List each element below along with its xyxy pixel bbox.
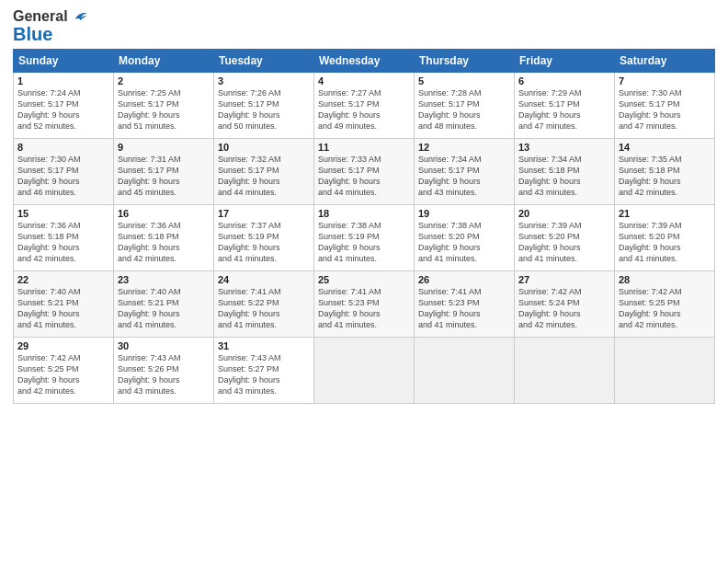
column-header-saturday: Saturday xyxy=(615,49,715,72)
day-number: 1 xyxy=(17,75,109,86)
calendar-cell xyxy=(415,337,515,403)
calendar-cell: 7Sunrise: 7:30 AM Sunset: 5:17 PM Daylig… xyxy=(615,72,715,138)
day-detail: Sunrise: 7:32 AM Sunset: 5:17 PM Dayligh… xyxy=(218,154,310,199)
day-number: 11 xyxy=(318,142,410,153)
day-number: 31 xyxy=(218,340,310,351)
calendar-cell: 22Sunrise: 7:40 AM Sunset: 5:21 PM Dayli… xyxy=(14,270,114,337)
calendar-week-row: 1Sunrise: 7:24 AM Sunset: 5:17 PM Daylig… xyxy=(14,72,715,138)
calendar-cell xyxy=(314,337,415,403)
day-detail: Sunrise: 7:37 AM Sunset: 5:19 PM Dayligh… xyxy=(218,220,310,265)
calendar-cell: 18Sunrise: 7:38 AM Sunset: 5:19 PM Dayli… xyxy=(314,204,415,270)
calendar-week-row: 29Sunrise: 7:42 AM Sunset: 5:25 PM Dayli… xyxy=(14,337,715,403)
day-number: 17 xyxy=(218,208,310,219)
calendar-cell: 28Sunrise: 7:42 AM Sunset: 5:25 PM Dayli… xyxy=(615,270,715,337)
day-number: 12 xyxy=(418,142,510,153)
calendar-cell: 14Sunrise: 7:35 AM Sunset: 5:18 PM Dayli… xyxy=(615,138,715,204)
day-number: 19 xyxy=(418,208,510,219)
day-number: 13 xyxy=(518,142,610,153)
day-detail: Sunrise: 7:41 AM Sunset: 5:23 PM Dayligh… xyxy=(418,286,510,331)
calendar-week-row: 22Sunrise: 7:40 AM Sunset: 5:21 PM Dayli… xyxy=(14,270,715,337)
day-detail: Sunrise: 7:41 AM Sunset: 5:23 PM Dayligh… xyxy=(318,286,410,331)
day-number: 16 xyxy=(118,208,210,219)
calendar-cell: 8Sunrise: 7:30 AM Sunset: 5:17 PM Daylig… xyxy=(14,138,114,204)
calendar-cell: 23Sunrise: 7:40 AM Sunset: 5:21 PM Dayli… xyxy=(114,270,214,337)
day-detail: Sunrise: 7:31 AM Sunset: 5:17 PM Dayligh… xyxy=(118,154,210,199)
day-detail: Sunrise: 7:38 AM Sunset: 5:19 PM Dayligh… xyxy=(318,220,410,265)
column-header-friday: Friday xyxy=(515,49,615,72)
calendar-cell: 10Sunrise: 7:32 AM Sunset: 5:17 PM Dayli… xyxy=(214,138,314,204)
column-header-sunday: Sunday xyxy=(14,49,114,72)
calendar-cell: 6Sunrise: 7:29 AM Sunset: 5:17 PM Daylig… xyxy=(515,72,615,138)
day-detail: Sunrise: 7:34 AM Sunset: 5:18 PM Dayligh… xyxy=(518,154,610,199)
day-detail: Sunrise: 7:36 AM Sunset: 5:18 PM Dayligh… xyxy=(17,220,109,265)
day-detail: Sunrise: 7:40 AM Sunset: 5:21 PM Dayligh… xyxy=(17,286,109,331)
calendar-cell: 21Sunrise: 7:39 AM Sunset: 5:20 PM Dayli… xyxy=(615,204,715,270)
day-detail: Sunrise: 7:42 AM Sunset: 5:25 PM Dayligh… xyxy=(17,352,109,397)
day-detail: Sunrise: 7:33 AM Sunset: 5:17 PM Dayligh… xyxy=(318,154,410,199)
day-number: 14 xyxy=(619,142,711,153)
day-detail: Sunrise: 7:42 AM Sunset: 5:24 PM Dayligh… xyxy=(518,286,610,331)
calendar-cell: 25Sunrise: 7:41 AM Sunset: 5:23 PM Dayli… xyxy=(314,270,415,337)
calendar-cell: 26Sunrise: 7:41 AM Sunset: 5:23 PM Dayli… xyxy=(415,270,515,337)
day-number: 7 xyxy=(619,75,711,86)
day-number: 28 xyxy=(619,274,711,285)
calendar-cell: 30Sunrise: 7:43 AM Sunset: 5:26 PM Dayli… xyxy=(114,337,214,403)
day-detail: Sunrise: 7:36 AM Sunset: 5:18 PM Dayligh… xyxy=(118,220,210,265)
logo-general: General xyxy=(13,9,88,25)
day-number: 22 xyxy=(17,274,109,285)
calendar-cell: 1Sunrise: 7:24 AM Sunset: 5:17 PM Daylig… xyxy=(14,72,114,138)
day-detail: Sunrise: 7:29 AM Sunset: 5:17 PM Dayligh… xyxy=(518,87,610,132)
column-header-tuesday: Tuesday xyxy=(214,49,314,72)
day-number: 9 xyxy=(118,142,210,153)
day-number: 15 xyxy=(17,208,109,219)
day-detail: Sunrise: 7:28 AM Sunset: 5:17 PM Dayligh… xyxy=(418,87,510,132)
day-detail: Sunrise: 7:39 AM Sunset: 5:20 PM Dayligh… xyxy=(518,220,610,265)
day-number: 5 xyxy=(418,75,510,86)
day-number: 29 xyxy=(17,340,109,351)
calendar-cell: 5Sunrise: 7:28 AM Sunset: 5:17 PM Daylig… xyxy=(415,72,515,138)
day-number: 25 xyxy=(318,274,410,285)
day-number: 27 xyxy=(518,274,610,285)
calendar-cell: 31Sunrise: 7:43 AM Sunset: 5:27 PM Dayli… xyxy=(214,337,314,403)
day-number: 8 xyxy=(17,142,109,153)
logo-blue: Blue xyxy=(13,25,52,43)
day-number: 21 xyxy=(619,208,711,219)
calendar-cell: 24Sunrise: 7:41 AM Sunset: 5:22 PM Dayli… xyxy=(214,270,314,337)
day-number: 26 xyxy=(418,274,510,285)
column-header-wednesday: Wednesday xyxy=(314,49,415,72)
day-detail: Sunrise: 7:26 AM Sunset: 5:17 PM Dayligh… xyxy=(218,87,310,132)
day-number: 2 xyxy=(118,75,210,86)
day-number: 30 xyxy=(118,340,210,351)
calendar-cell xyxy=(615,337,715,403)
calendar-container: General Blue SundayMondayTuesdayWednesda… xyxy=(0,0,728,413)
calendar-cell: 19Sunrise: 7:38 AM Sunset: 5:20 PM Dayli… xyxy=(415,204,515,270)
calendar-cell: 20Sunrise: 7:39 AM Sunset: 5:20 PM Dayli… xyxy=(515,204,615,270)
day-number: 6 xyxy=(518,75,610,86)
calendar-cell: 17Sunrise: 7:37 AM Sunset: 5:19 PM Dayli… xyxy=(214,204,314,270)
column-header-thursday: Thursday xyxy=(415,49,515,72)
day-number: 10 xyxy=(218,142,310,153)
calendar-cell: 29Sunrise: 7:42 AM Sunset: 5:25 PM Dayli… xyxy=(14,337,114,403)
day-number: 18 xyxy=(318,208,410,219)
calendar-cell: 4Sunrise: 7:27 AM Sunset: 5:17 PM Daylig… xyxy=(314,72,415,138)
day-number: 3 xyxy=(218,75,310,86)
calendar-cell: 13Sunrise: 7:34 AM Sunset: 5:18 PM Dayli… xyxy=(515,138,615,204)
logo: General Blue xyxy=(13,9,88,43)
calendar-cell: 3Sunrise: 7:26 AM Sunset: 5:17 PM Daylig… xyxy=(214,72,314,138)
calendar-cell xyxy=(515,337,615,403)
day-detail: Sunrise: 7:27 AM Sunset: 5:17 PM Dayligh… xyxy=(318,87,410,132)
day-number: 4 xyxy=(318,75,410,86)
day-detail: Sunrise: 7:25 AM Sunset: 5:17 PM Dayligh… xyxy=(118,87,210,132)
day-detail: Sunrise: 7:42 AM Sunset: 5:25 PM Dayligh… xyxy=(619,286,711,331)
day-detail: Sunrise: 7:30 AM Sunset: 5:17 PM Dayligh… xyxy=(619,87,711,132)
day-number: 24 xyxy=(218,274,310,285)
calendar-week-row: 15Sunrise: 7:36 AM Sunset: 5:18 PM Dayli… xyxy=(14,204,715,270)
calendar-table: SundayMondayTuesdayWednesdayThursdayFrid… xyxy=(13,49,715,404)
day-detail: Sunrise: 7:35 AM Sunset: 5:18 PM Dayligh… xyxy=(619,154,711,199)
calendar-cell: 16Sunrise: 7:36 AM Sunset: 5:18 PM Dayli… xyxy=(114,204,214,270)
calendar-cell: 2Sunrise: 7:25 AM Sunset: 5:17 PM Daylig… xyxy=(114,72,214,138)
header: General Blue xyxy=(13,9,715,43)
calendar-header-row: SundayMondayTuesdayWednesdayThursdayFrid… xyxy=(14,49,715,72)
day-detail: Sunrise: 7:34 AM Sunset: 5:17 PM Dayligh… xyxy=(418,154,510,199)
day-number: 23 xyxy=(118,274,210,285)
